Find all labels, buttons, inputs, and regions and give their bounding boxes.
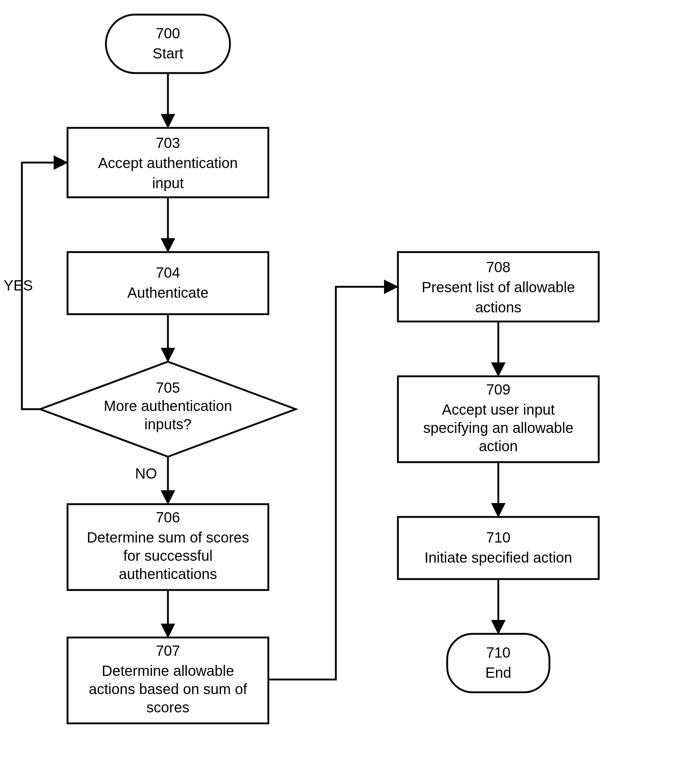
node-706-num: 706 bbox=[156, 509, 180, 525]
node-start-label: Start bbox=[153, 45, 183, 61]
node-704-label1: Authenticate bbox=[127, 285, 208, 301]
node-end: 710 End bbox=[447, 634, 549, 692]
node-start: 700 Start bbox=[106, 15, 230, 73]
node-707-label3: scores bbox=[146, 699, 189, 715]
node-704-num: 704 bbox=[156, 264, 180, 281]
node-710-label1: Initiate specified action bbox=[425, 549, 573, 566]
node-706-label1: Determine sum of scores bbox=[87, 529, 249, 546]
svg-rect-9 bbox=[447, 634, 549, 692]
node-705: 705 More authentication inputs? bbox=[40, 362, 296, 457]
node-706-label2: for successful bbox=[123, 548, 213, 564]
node-708-label1: Present list of allowable bbox=[422, 279, 575, 295]
node-704: 704 Authenticate bbox=[68, 252, 268, 314]
node-709-num: 709 bbox=[486, 381, 511, 397]
node-705-label1: More authentication bbox=[104, 398, 232, 414]
label-no: NO bbox=[135, 465, 157, 482]
svg-rect-8 bbox=[398, 517, 599, 579]
node-start-num: 700 bbox=[156, 25, 180, 41]
label-yes: YES bbox=[4, 277, 33, 293]
node-705-label2: inputs? bbox=[144, 416, 192, 432]
node-703-num: 703 bbox=[156, 135, 180, 151]
node-705-num: 705 bbox=[156, 380, 180, 396]
flowchart-diagram: 700 Start 703 Accept authentication inpu… bbox=[0, 0, 675, 784]
node-709-label1: Accept user input bbox=[442, 401, 554, 418]
svg-rect-0 bbox=[106, 15, 230, 73]
node-708-num: 708 bbox=[486, 259, 511, 275]
edge-707-to-708 bbox=[268, 287, 396, 680]
node-703-label2: input bbox=[152, 175, 184, 191]
node-709: 709 Accept user input specifying an allo… bbox=[398, 376, 599, 462]
node-707-num: 707 bbox=[156, 642, 180, 659]
node-707-label1: Determine allowable bbox=[102, 663, 234, 679]
node-706-label3: authentications bbox=[119, 566, 217, 582]
node-end-num: 710 bbox=[486, 644, 511, 661]
node-708: 708 Present list of allowable actions bbox=[398, 252, 599, 322]
node-706: 706 Determine sum of scores for successf… bbox=[68, 504, 268, 590]
node-703-label1: Accept authentication bbox=[98, 155, 237, 171]
node-707-label2: actions based on sum of bbox=[89, 681, 247, 697]
node-710-num: 710 bbox=[486, 529, 511, 546]
node-707: 707 Determine allowable actions based on… bbox=[68, 638, 268, 723]
node-710: 710 Initiate specified action bbox=[398, 517, 599, 579]
node-709-label2: specifying an allowable bbox=[423, 420, 573, 436]
svg-rect-2 bbox=[68, 252, 268, 314]
node-703: 703 Accept authentication input bbox=[68, 128, 268, 197]
node-end-label: End bbox=[485, 664, 511, 681]
node-709-label3: action bbox=[479, 438, 518, 454]
node-708-label2: actions bbox=[475, 299, 522, 315]
